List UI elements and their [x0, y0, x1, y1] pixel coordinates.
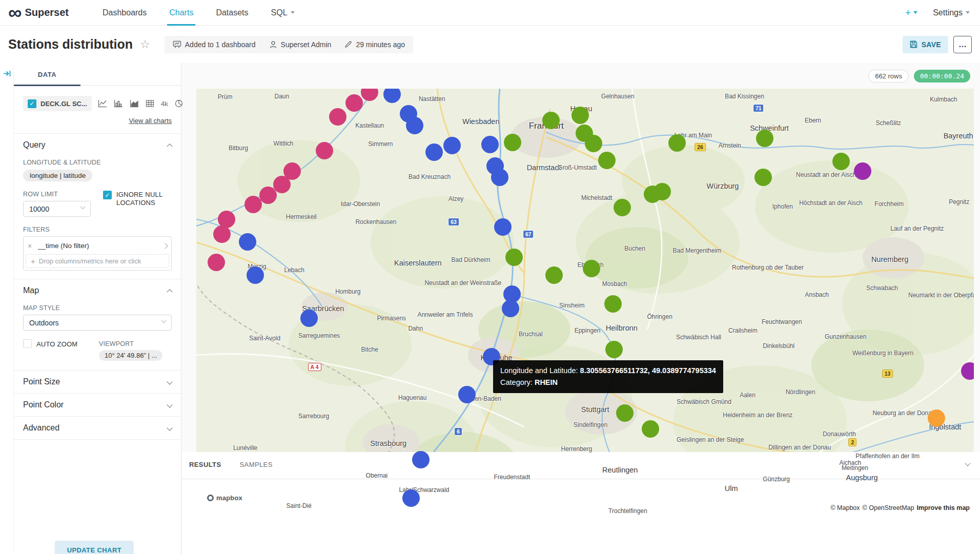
map-point-green[interactable] — [832, 153, 850, 170]
map-point-green[interactable] — [604, 295, 622, 313]
mapbox-logo[interactable]: mapbox — [203, 492, 248, 504]
osm-attribution-link[interactable]: © OpenStreetMap — [863, 504, 914, 511]
filter-chip-time[interactable]: × __time (No filter) — [26, 239, 169, 253]
results-collapse-icon[interactable] — [966, 458, 970, 467]
new-item-button[interactable]: + — [905, 7, 917, 18]
viz-4k-label[interactable]: 4k — [161, 100, 168, 108]
save-label: SAVE — [922, 40, 941, 49]
line-chart-icon[interactable] — [98, 99, 107, 108]
map-point-blue[interactable] — [443, 137, 461, 154]
map-point-pink[interactable] — [316, 142, 333, 159]
chart-owner[interactable]: Superset Admin — [269, 40, 332, 49]
pie-chart-icon[interactable] — [175, 99, 183, 108]
map-point-blue[interactable] — [300, 310, 318, 327]
map-basemap — [196, 89, 974, 515]
map-point-blue[interactable] — [481, 136, 499, 153]
map-point-blue[interactable] — [406, 117, 423, 134]
superset-logo[interactable]: ∞ Superset — [0, 3, 69, 23]
table-icon[interactable] — [146, 99, 154, 108]
nav-item-charts[interactable]: Charts — [158, 0, 205, 25]
mapbox-attribution-link[interactable]: © Mapbox — [830, 504, 860, 511]
section-point-color[interactable]: Point Color — [14, 394, 181, 417]
filters-box: × __time (No filter) + Drop columns/metr… — [23, 236, 172, 271]
map-point-green[interactable] — [504, 134, 521, 151]
map-point-green[interactable] — [616, 404, 634, 422]
more-options-button[interactable]: … — [953, 36, 972, 53]
map-point-blue[interactable] — [239, 233, 256, 251]
chevron-down-icon — [161, 318, 167, 323]
nav-item-datasets[interactable]: Datasets — [205, 0, 259, 25]
results-tab-samples[interactable]: SAMPLES — [240, 461, 273, 468]
deckgl-map[interactable]: PrümDaunNastättenWiesbadenFrankfurtHanau… — [196, 89, 974, 515]
map-point-pink[interactable] — [213, 225, 231, 243]
save-button[interactable]: SAVE — [903, 36, 948, 53]
remove-filter-icon[interactable]: × — [28, 242, 38, 250]
query-section-header[interactable]: Query — [23, 140, 172, 150]
map-point-green[interactable] — [668, 134, 686, 152]
nav-item-dashboards[interactable]: Dashboards — [91, 0, 158, 25]
tab-data[interactable]: DATA — [14, 63, 80, 86]
map-point-green[interactable] — [583, 260, 600, 277]
map-point-green[interactable] — [756, 130, 773, 147]
map-point-green[interactable] — [614, 199, 631, 216]
update-chart-button[interactable]: UPDATE CHART — [55, 541, 134, 554]
map-point-pink[interactable] — [208, 254, 225, 271]
last-modified-label: 29 minutes ago — [356, 40, 405, 49]
map-point-green[interactable] — [754, 169, 772, 186]
results-tab-results[interactable]: RESULTS — [189, 461, 221, 468]
map-point-green[interactable] — [644, 186, 661, 203]
improve-map-link[interactable]: Improve this map — [917, 504, 970, 511]
map-point-green[interactable] — [505, 249, 523, 266]
map-point-blue[interactable] — [402, 489, 420, 507]
viz-type-chip[interactable]: ✓ DECK.GL SC... — [23, 96, 92, 111]
map-point-green[interactable] — [605, 341, 623, 358]
map-point-blue[interactable] — [502, 300, 519, 317]
viz-type-row: ✓ DECK.GL SC... — [23, 96, 172, 111]
map-section-header[interactable]: Map — [23, 286, 172, 295]
map-point-pink[interactable] — [273, 176, 291, 193]
map-point-blue[interactable] — [494, 218, 512, 236]
collapse-panel-icon[interactable] — [3, 69, 11, 78]
map-point-pink[interactable] — [244, 196, 262, 213]
chart-badges: 662 rows 00:00:00.24 — [868, 70, 970, 83]
section-advanced[interactable]: Advanced — [14, 417, 181, 440]
map-point-green[interactable] — [545, 266, 563, 284]
settings-menu[interactable]: Settings — [933, 8, 970, 17]
view-all-charts-link[interactable]: View all charts — [129, 117, 172, 125]
save-floppy-icon — [910, 40, 917, 48]
map-point-pink[interactable] — [345, 94, 363, 112]
auto-zoom-checkbox[interactable] — [23, 339, 32, 348]
nav-item-sql[interactable]: SQL — [260, 0, 306, 25]
map-point-blue[interactable] — [458, 386, 476, 403]
map-point-pink[interactable] — [329, 108, 346, 126]
map-point-pink[interactable] — [259, 187, 277, 204]
caret-down-icon — [913, 11, 917, 14]
map-point-green[interactable] — [585, 135, 602, 152]
map-point-green[interactable] — [542, 112, 560, 129]
map-point-blue[interactable] — [247, 266, 264, 284]
map-point-green[interactable] — [598, 152, 616, 169]
ignore-null-checkbox[interactable]: ✓ — [103, 191, 112, 199]
favorite-star-icon[interactable]: ☆ — [140, 39, 150, 50]
area-chart-icon[interactable] — [130, 99, 139, 108]
bar-chart-icon[interactable] — [114, 99, 123, 108]
lonlat-value-pill[interactable]: longitude | latitude — [23, 170, 92, 181]
viewport-label: VIEWPORT — [99, 340, 162, 347]
section-point-size[interactable]: Point Size — [14, 371, 181, 394]
dashboard-count[interactable]: Added to 1 dashboard — [173, 40, 256, 49]
superset-logo-icon: ∞ — [8, 3, 21, 23]
map-point-blue[interactable] — [491, 169, 508, 186]
drop-hint-label: Drop columns/metrics here or click — [39, 257, 141, 265]
last-modified[interactable]: 29 minutes ago — [344, 40, 405, 49]
map-point-blue[interactable] — [425, 143, 443, 161]
viewport-value-pill[interactable]: 10° 24' 49.86" | ... — [99, 350, 162, 361]
map-point-blue[interactable] — [412, 451, 430, 468]
map-style-select[interactable]: Outdoors — [23, 315, 172, 331]
map-point-green[interactable] — [571, 107, 589, 124]
map-point-purple[interactable] — [854, 162, 871, 180]
map-point-orange[interactable] — [928, 409, 945, 427]
section-label: Advanced — [23, 423, 59, 433]
row-limit-select[interactable]: 10000 — [23, 201, 91, 217]
filters-drop-zone[interactable]: + Drop columns/metrics here or click — [26, 254, 169, 268]
map-point-green[interactable] — [642, 420, 659, 438]
